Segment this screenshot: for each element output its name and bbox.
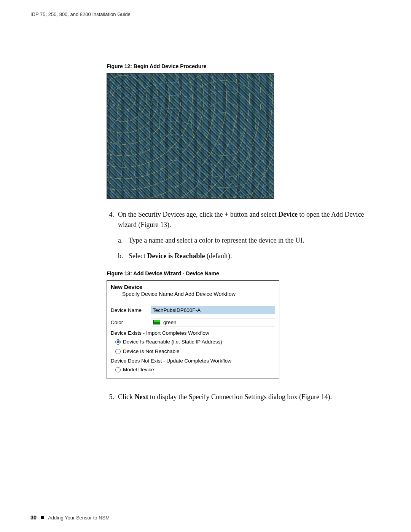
radio-icon-selected	[115, 339, 121, 345]
radio-device-reachable[interactable]: Device Is Reachable (i.e. Static IP Addr…	[115, 339, 275, 345]
new-device-dialog: New Device Specify Device Name And Add D…	[107, 280, 279, 379]
square-bullet-icon	[41, 516, 44, 519]
color-swatch-icon	[153, 320, 160, 324]
step-4-bold-device: Device	[278, 211, 298, 218]
device-name-label: Device Name	[111, 307, 151, 313]
step-4b-bold: Device is Reachable	[147, 252, 205, 260]
step-4-number: 4.	[107, 209, 118, 230]
radio-device-not-reachable[interactable]: Device Is Not Reachable	[115, 348, 275, 354]
section-device-not-exist: Device Does Not Exist - Update Completes…	[111, 358, 275, 364]
footer-section-title: Adding Your Sensor to NSM	[48, 515, 110, 521]
step-4-text: On the Security Devices age, click the +…	[118, 209, 381, 230]
step-5-post: to display the Specify Connection Settin…	[148, 393, 331, 401]
step-4b-letter: b.	[118, 251, 129, 261]
figure-12-caption: Figure 12: Begin Add Device Procedure	[107, 63, 381, 69]
radio-not-reachable-label: Device Is Not Reachable	[123, 348, 180, 354]
section-device-exists: Device Exists - Import Completes Workflo…	[111, 330, 275, 336]
step-5-bold-next: Next	[135, 393, 148, 401]
step-5: 5. Click Next to display the Specify Con…	[107, 392, 381, 402]
step-4-mid: button and select	[228, 211, 278, 218]
dialog-title: New Device	[111, 284, 275, 290]
doc-title: IDP 75, 250, 800, and 8200 Installation …	[30, 11, 131, 17]
step-4a-letter: a.	[118, 235, 129, 246]
main-content: Figure 12: Begin Add Device Procedure 4.…	[107, 63, 381, 402]
radio-reachable-label: Device Is Reachable (i.e. Static IP Addr…	[123, 339, 222, 345]
color-label: Color	[111, 320, 151, 325]
step-5-number: 5.	[107, 392, 118, 402]
dialog-header: New Device Specify Device Name And Add D…	[107, 281, 279, 301]
radio-icon	[115, 367, 121, 372]
dialog-subtitle: Specify Device Name And Add Device Workf…	[111, 291, 275, 297]
step-5-text: Click Next to display the Specify Connec…	[118, 392, 381, 402]
color-value: green	[163, 320, 177, 325]
device-name-input[interactable]	[151, 306, 275, 314]
radio-model-label: Model Device	[123, 367, 154, 372]
step-4b-post: (default).	[205, 252, 232, 260]
step-4-pre: On the Security Devices age, click the	[118, 211, 225, 218]
step-4: 4. On the Security Devices age, click th…	[107, 209, 381, 261]
figure-13-caption: Figure 13: Add Device Wizard - Device Na…	[107, 270, 381, 276]
dialog-body: Device Name Color green Device Exists - …	[107, 301, 279, 379]
step-4a-text: Type a name and select a color to repres…	[129, 235, 381, 246]
radio-icon	[115, 349, 121, 354]
step-4b-pre: Select	[129, 252, 147, 260]
page-footer: 30 Adding Your Sensor to NSM	[30, 514, 110, 521]
step-5-pre: Click	[118, 393, 135, 401]
page-header: IDP 75, 250, 800, and 8200 Installation …	[30, 11, 131, 17]
radio-model-device[interactable]: Model Device	[115, 367, 275, 372]
figure-12-image	[107, 73, 274, 199]
step-4b-text: Select Device is Reachable (default).	[129, 251, 381, 261]
color-select[interactable]: green	[151, 318, 275, 326]
page-number: 30	[30, 514, 37, 521]
plus-symbol: +	[225, 211, 228, 218]
